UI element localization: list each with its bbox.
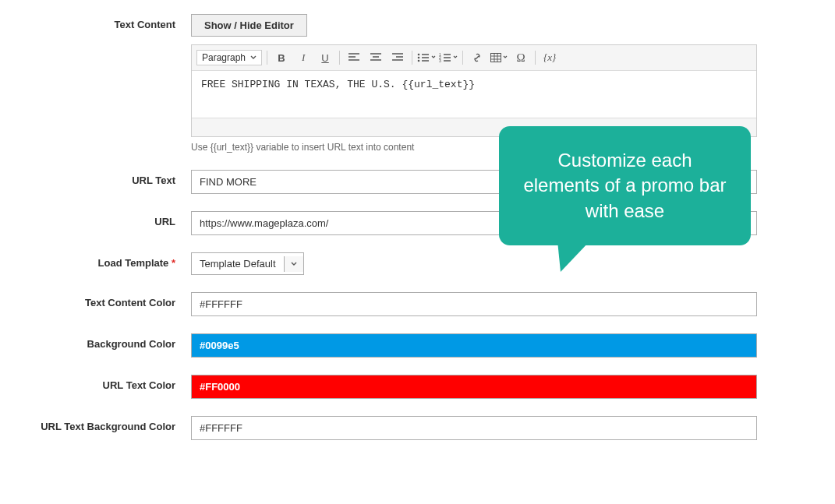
svg-point-2 <box>418 60 420 62</box>
annotation-callout: Customize each elements of a promo bar w… <box>499 126 751 245</box>
url-text-bg-color-input[interactable] <box>191 416 757 440</box>
url-label: URL <box>0 211 191 227</box>
toolbar-separator <box>267 51 267 65</box>
url-text-color-label: URL Text Color <box>0 375 191 391</box>
chevron-down-icon <box>284 256 303 272</box>
italic-button[interactable]: I <box>294 48 313 67</box>
background-color-input[interactable] <box>191 333 757 358</box>
svg-point-0 <box>418 54 420 56</box>
align-left-button[interactable] <box>345 48 363 67</box>
load-template-select[interactable]: Template Default <box>191 252 304 275</box>
load-template-value: Template Default <box>192 253 284 274</box>
toolbar-separator <box>412 51 412 65</box>
toolbar-separator <box>535 51 536 65</box>
editor-toolbar: Paragraph B I U 123 <box>192 45 756 71</box>
insert-table-button[interactable] <box>490 48 508 67</box>
insert-link-button[interactable] <box>468 48 486 67</box>
chevron-down-icon <box>250 55 257 61</box>
insert-variable-button[interactable]: {x} <box>540 48 559 67</box>
align-right-button[interactable] <box>388 48 407 67</box>
svg-rect-6 <box>491 54 501 62</box>
svg-point-1 <box>418 57 420 59</box>
callout-text: Customize each elements of a promo bar w… <box>523 150 726 221</box>
text-content-label: Text Content <box>0 14 191 30</box>
align-center-button[interactable] <box>366 48 385 67</box>
paragraph-format-label: Paragraph <box>202 52 246 63</box>
background-color-label: Background Color <box>0 333 191 350</box>
paragraph-format-select[interactable]: Paragraph <box>196 50 262 65</box>
special-char-button[interactable]: Ω <box>511 48 530 67</box>
url-text-color-input[interactable] <box>191 375 757 399</box>
load-template-label: Load Template <box>0 252 191 269</box>
underline-button[interactable]: U <box>316 48 334 67</box>
toolbar-separator <box>462 51 463 65</box>
toolbar-separator <box>339 51 340 65</box>
rich-text-editor: Paragraph B I U 123 <box>191 44 757 137</box>
url-text-label: URL Text <box>0 170 191 186</box>
bold-button[interactable]: B <box>272 48 291 67</box>
bullet-list-button[interactable] <box>417 48 436 67</box>
editor-content[interactable]: FREE SHIPPING IN TEXAS, THE U.S. {{url_t… <box>192 71 756 118</box>
text-content-color-label: Text Content Color <box>0 292 191 308</box>
svg-text:3: 3 <box>439 58 441 62</box>
numbered-list-button[interactable]: 123 <box>439 48 458 67</box>
show-hide-editor-button[interactable]: Show / Hide Editor <box>191 14 307 37</box>
url-text-bg-color-label: URL Text Background Color <box>0 416 191 432</box>
text-content-color-input[interactable] <box>191 292 757 316</box>
